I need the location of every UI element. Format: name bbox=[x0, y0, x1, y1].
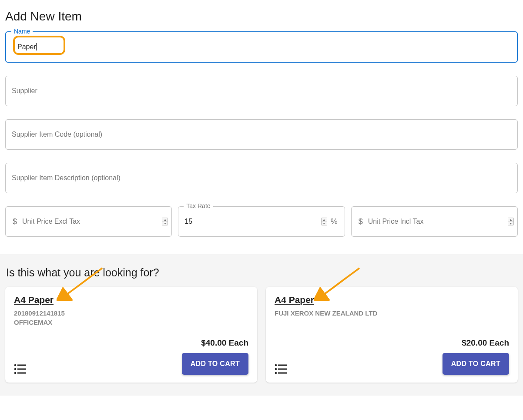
name-input[interactable]: Paper bbox=[17, 43, 37, 51]
number-spinner-icon[interactable]: ▲▼ bbox=[321, 218, 327, 225]
suggestions-section: Is this what you are looking for? A4 Pap… bbox=[0, 254, 523, 396]
svg-point-2 bbox=[14, 364, 16, 366]
svg-point-10 bbox=[275, 364, 277, 366]
svg-rect-7 bbox=[17, 373, 26, 374]
list-icon[interactable] bbox=[275, 363, 288, 375]
number-spinner-icon[interactable]: ▲▼ bbox=[508, 218, 514, 225]
unit-price-excl-input[interactable] bbox=[20, 207, 162, 236]
svg-rect-13 bbox=[278, 369, 287, 370]
tax-rate-label: Tax Rate bbox=[184, 202, 213, 209]
svg-rect-11 bbox=[278, 365, 287, 366]
dollar-icon: $ bbox=[6, 217, 20, 226]
suggestion-price: $20.00 Each bbox=[443, 338, 509, 348]
unit-price-incl-input[interactable] bbox=[366, 207, 508, 236]
suggestion-title-link[interactable]: A4 Paper bbox=[14, 295, 248, 305]
suggestion-code: 20180912141815 bbox=[14, 309, 248, 317]
percent-icon: % bbox=[331, 217, 345, 226]
suggestion-title-link[interactable]: A4 Paper bbox=[275, 295, 509, 305]
svg-point-12 bbox=[275, 368, 277, 370]
svg-rect-15 bbox=[278, 373, 287, 374]
supplier-item-code-field[interactable] bbox=[5, 119, 518, 150]
svg-point-4 bbox=[14, 368, 16, 370]
suggestion-price: $40.00 Each bbox=[182, 338, 248, 348]
number-spinner-icon[interactable]: ▲▼ bbox=[162, 218, 168, 225]
supplier-item-code-input[interactable] bbox=[6, 120, 517, 149]
suggestion-supplier: FUJI XEROX NEW ZEALAND LTD bbox=[275, 309, 509, 317]
svg-point-14 bbox=[275, 372, 277, 374]
add-item-form: Name Paper $ ▲▼ Tax Rate ▲▼ % $ ▲▼ bbox=[0, 31, 523, 237]
supplier-input[interactable] bbox=[6, 76, 517, 106]
page-title: Add New Item bbox=[5, 10, 523, 24]
supplier-field[interactable] bbox=[5, 76, 518, 106]
add-to-cart-button[interactable]: ADD TO CART bbox=[182, 353, 248, 375]
unit-price-excl-field[interactable]: $ ▲▼ bbox=[5, 206, 172, 237]
svg-rect-5 bbox=[17, 369, 26, 370]
tax-rate-input[interactable] bbox=[178, 207, 321, 236]
add-to-cart-button[interactable]: ADD TO CART bbox=[443, 353, 509, 375]
list-icon[interactable] bbox=[14, 363, 27, 375]
name-label: Name bbox=[11, 28, 33, 35]
suggestions-heading: Is this what you are looking for? bbox=[6, 266, 518, 279]
svg-point-6 bbox=[14, 372, 16, 374]
tax-rate-field[interactable]: Tax Rate ▲▼ % bbox=[178, 206, 345, 237]
suggestion-card: A4 Paper FUJI XEROX NEW ZEALAND LTD $20.… bbox=[266, 287, 518, 383]
suggestion-supplier: OFFICEMAX bbox=[14, 319, 248, 326]
svg-rect-3 bbox=[17, 365, 26, 366]
dollar-icon: $ bbox=[352, 217, 366, 226]
supplier-item-desc-input[interactable] bbox=[6, 163, 517, 193]
unit-price-incl-field[interactable]: $ ▲▼ bbox=[351, 206, 518, 237]
name-field-container[interactable]: Name Paper bbox=[5, 31, 518, 63]
suggestion-card: A4 Paper 20180912141815 OFFICEMAX $40.00… bbox=[5, 287, 257, 383]
supplier-item-desc-field[interactable] bbox=[5, 163, 518, 193]
